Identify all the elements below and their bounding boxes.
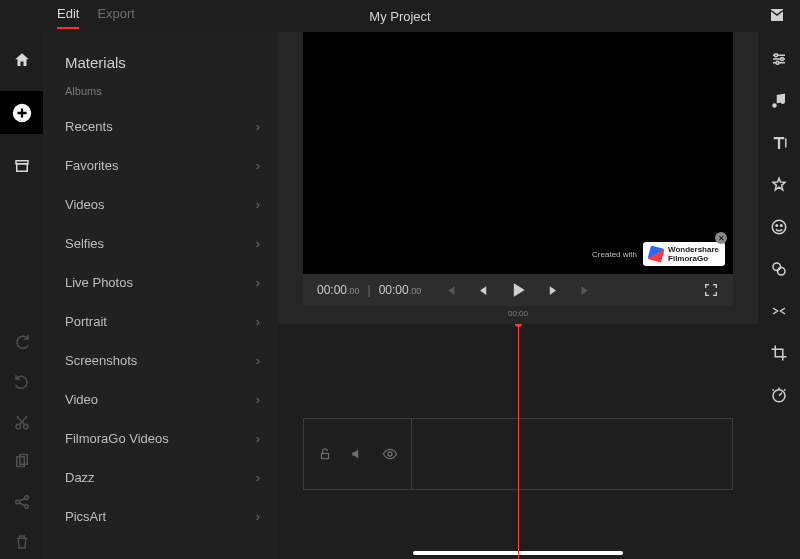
album-label: Video	[65, 392, 98, 407]
mute-icon[interactable]	[350, 447, 364, 461]
ruler-tick: 00:00	[508, 309, 528, 318]
album-label: Screenshots	[65, 353, 137, 368]
chevron-right-icon: ›	[256, 236, 260, 251]
timeline-area[interactable]	[278, 324, 758, 559]
header-tabs: Edit Export	[57, 6, 135, 27]
right-rail	[758, 32, 800, 559]
chevron-right-icon: ›	[256, 119, 260, 134]
track-content[interactable]	[412, 419, 732, 489]
tab-export[interactable]: Export	[97, 6, 135, 27]
transition-icon[interactable]	[770, 302, 788, 320]
watermark-line1: Wondershare	[668, 245, 719, 254]
crop-icon[interactable]	[770, 344, 788, 362]
watermark: ✕ Created with WondershareFilmoraGo	[592, 242, 725, 266]
album-label: Selfies	[65, 236, 104, 251]
current-ms: .00	[347, 286, 360, 296]
next-frame-button[interactable]	[546, 283, 561, 298]
home-icon[interactable]	[0, 38, 43, 81]
preview-viewport[interactable]: ✕ Created with WondershareFilmoraGo	[303, 32, 733, 274]
watermark-line2: FilmoraGo	[668, 254, 719, 263]
svg-point-12	[775, 54, 778, 57]
current-time: 00:00	[317, 283, 347, 297]
copy-icon[interactable]	[13, 453, 31, 471]
sidebar-subtitle: Albums	[43, 85, 278, 107]
album-video[interactable]: Video›	[43, 380, 278, 419]
watermark-prefix: Created with	[592, 250, 637, 259]
chevron-right-icon: ›	[256, 197, 260, 212]
time-display: 00:00.00 | 00:00.00	[317, 283, 421, 297]
album-recents[interactable]: Recents›	[43, 107, 278, 146]
sidebar-title: Materials	[43, 46, 278, 85]
album-label: Live Photos	[65, 275, 133, 290]
music-icon[interactable]	[770, 92, 788, 110]
chevron-right-icon: ›	[256, 158, 260, 173]
skip-start-button[interactable]	[442, 283, 457, 298]
album-label: FilmoraGo Videos	[65, 431, 169, 446]
svg-point-20	[778, 268, 786, 276]
visibility-icon[interactable]	[382, 446, 398, 462]
player-controls: 00:00.00 | 00:00.00	[303, 274, 733, 306]
svg-rect-10	[321, 453, 328, 458]
share-icon[interactable]	[13, 493, 31, 511]
text-icon[interactable]	[770, 134, 788, 152]
album-label: Videos	[65, 197, 105, 212]
svg-point-14	[776, 61, 779, 64]
album-label: PicsArt	[65, 509, 106, 524]
total-ms: .00	[409, 286, 422, 296]
svg-point-19	[773, 263, 781, 271]
chevron-right-icon: ›	[256, 353, 260, 368]
speed-icon[interactable]	[770, 386, 788, 404]
album-favorites[interactable]: Favorites›	[43, 146, 278, 185]
chevron-right-icon: ›	[256, 314, 260, 329]
watermark-badge: WondershareFilmoraGo	[643, 242, 725, 266]
album-dazz[interactable]: Dazz›	[43, 458, 278, 497]
album-label: Favorites	[65, 158, 118, 173]
album-videos[interactable]: Videos›	[43, 185, 278, 224]
album-livephotos[interactable]: Live Photos›	[43, 263, 278, 302]
settings-icon[interactable]	[770, 50, 788, 68]
track-header	[304, 419, 412, 489]
timeline-ruler[interactable]: 00:00	[303, 306, 733, 324]
close-icon[interactable]: ✕	[715, 232, 727, 244]
chevron-right-icon: ›	[256, 470, 260, 485]
project-title: My Project	[369, 9, 430, 24]
album-filmorago[interactable]: FilmoraGo Videos›	[43, 419, 278, 458]
add-button[interactable]	[0, 91, 43, 134]
album-label: Recents	[65, 119, 113, 134]
cut-icon[interactable]	[13, 413, 31, 431]
mail-icon[interactable]	[768, 6, 786, 24]
album-picsart[interactable]: PicsArt›	[43, 497, 278, 536]
left-rail	[0, 32, 43, 559]
emoji-icon[interactable]	[770, 218, 788, 236]
prev-frame-button[interactable]	[475, 283, 490, 298]
archive-icon[interactable]	[0, 144, 43, 187]
svg-point-11	[388, 452, 392, 456]
svg-point-18	[781, 225, 783, 227]
svg-rect-2	[16, 163, 27, 171]
svg-point-4	[23, 424, 28, 429]
playhead[interactable]	[518, 324, 519, 559]
album-screenshots[interactable]: Screenshots›	[43, 341, 278, 380]
tab-edit[interactable]: Edit	[57, 6, 79, 27]
album-selfies[interactable]: Selfies›	[43, 224, 278, 263]
album-label: Dazz	[65, 470, 95, 485]
effects-icon[interactable]	[770, 260, 788, 278]
sticker-icon[interactable]	[770, 176, 788, 194]
skip-end-button[interactable]	[579, 283, 594, 298]
fullscreen-button[interactable]	[703, 282, 719, 298]
chevron-right-icon: ›	[256, 392, 260, 407]
svg-point-3	[16, 424, 21, 429]
chevron-right-icon: ›	[256, 509, 260, 524]
lock-icon[interactable]	[318, 447, 332, 461]
svg-point-16	[772, 220, 786, 234]
play-button[interactable]	[508, 280, 528, 300]
svg-point-17	[776, 225, 778, 227]
app-header: Edit Export My Project	[0, 0, 800, 32]
total-time: 00:00	[379, 283, 409, 297]
redo-icon[interactable]	[13, 333, 31, 351]
undo-icon[interactable]	[13, 373, 31, 391]
svg-rect-15	[785, 139, 787, 148]
album-portrait[interactable]: Portrait›	[43, 302, 278, 341]
svg-point-13	[781, 58, 784, 61]
trash-icon[interactable]	[13, 533, 31, 551]
